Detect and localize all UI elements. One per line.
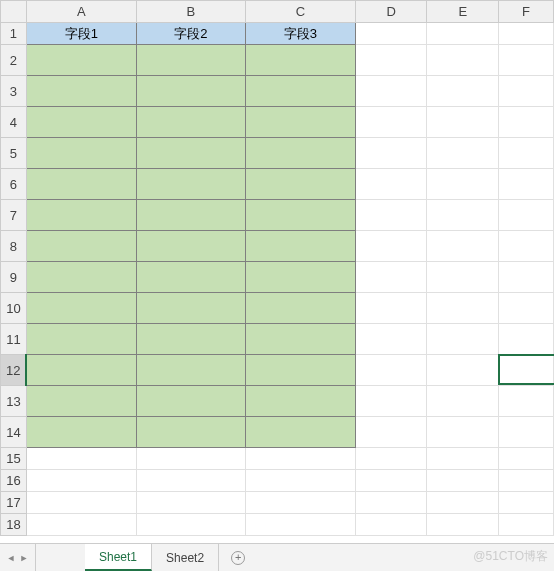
cell-E17[interactable] <box>427 492 499 514</box>
col-header-b[interactable]: B <box>136 1 246 23</box>
cell-C15[interactable] <box>246 448 356 470</box>
cell-B11[interactable] <box>136 324 246 355</box>
cell-A11[interactable] <box>26 324 136 355</box>
cell-F10[interactable] <box>499 293 554 324</box>
tab-next-icon[interactable]: ► <box>19 551 29 565</box>
cell-A3[interactable] <box>26 76 136 107</box>
cell-E15[interactable] <box>427 448 499 470</box>
row-header-2[interactable]: 2 <box>1 45 27 76</box>
row-header-10[interactable]: 10 <box>1 293 27 324</box>
cell-D2[interactable] <box>355 45 427 76</box>
cell-D7[interactable] <box>355 200 427 231</box>
cell-B14[interactable] <box>136 417 246 448</box>
row-header-9[interactable]: 9 <box>1 262 27 293</box>
row-header-6[interactable]: 6 <box>1 169 27 200</box>
cell-A7[interactable] <box>26 200 136 231</box>
cell-F6[interactable] <box>499 169 554 200</box>
row-header-7[interactable]: 7 <box>1 200 27 231</box>
cell-A18[interactable] <box>26 514 136 536</box>
cell-D11[interactable] <box>355 324 427 355</box>
cell-E4[interactable] <box>427 107 499 138</box>
cell-B17[interactable] <box>136 492 246 514</box>
cell-D16[interactable] <box>355 470 427 492</box>
col-header-e[interactable]: E <box>427 1 499 23</box>
cell-A4[interactable] <box>26 107 136 138</box>
cell-F16[interactable] <box>499 470 554 492</box>
cell-C3[interactable] <box>246 76 356 107</box>
cell-E14[interactable] <box>427 417 499 448</box>
cell-C6[interactable] <box>246 169 356 200</box>
row-header-14[interactable]: 14 <box>1 417 27 448</box>
cell-C8[interactable] <box>246 231 356 262</box>
cell-B13[interactable] <box>136 386 246 417</box>
col-header-a[interactable]: A <box>26 1 136 23</box>
cell-E11[interactable] <box>427 324 499 355</box>
cell-E2[interactable] <box>427 45 499 76</box>
cell-E10[interactable] <box>427 293 499 324</box>
cell-D10[interactable] <box>355 293 427 324</box>
row-header-18[interactable]: 18 <box>1 514 27 536</box>
cell-E12[interactable] <box>427 355 499 386</box>
cell-D1[interactable] <box>355 23 427 45</box>
cell-F17[interactable] <box>499 492 554 514</box>
cell-C5[interactable] <box>246 138 356 169</box>
cell-D12[interactable] <box>355 355 427 386</box>
sheet-tab-sheet1[interactable]: Sheet1 <box>85 543 152 571</box>
cell-A5[interactable] <box>26 138 136 169</box>
cell-C1[interactable]: 字段3 <box>246 23 356 45</box>
row-header-1[interactable]: 1 <box>1 23 27 45</box>
cell-B6[interactable] <box>136 169 246 200</box>
cell-E18[interactable] <box>427 514 499 536</box>
cell-D18[interactable] <box>355 514 427 536</box>
cell-A15[interactable] <box>26 448 136 470</box>
cell-D13[interactable] <box>355 386 427 417</box>
cell-B12[interactable] <box>136 355 246 386</box>
cell-B1[interactable]: 字段2 <box>136 23 246 45</box>
cell-A13[interactable] <box>26 386 136 417</box>
cell-F4[interactable] <box>499 107 554 138</box>
col-header-f[interactable]: F <box>499 1 554 23</box>
cell-E9[interactable] <box>427 262 499 293</box>
cell-A14[interactable] <box>26 417 136 448</box>
cell-B7[interactable] <box>136 200 246 231</box>
add-sheet-button[interactable]: + <box>219 544 257 571</box>
cell-D15[interactable] <box>355 448 427 470</box>
cell-C18[interactable] <box>246 514 356 536</box>
cell-E6[interactable] <box>427 169 499 200</box>
spreadsheet-area[interactable]: A B C D E F 1字段1字段2字段3234567891011121314… <box>0 0 554 543</box>
cell-C10[interactable] <box>246 293 356 324</box>
cell-B2[interactable] <box>136 45 246 76</box>
cell-A8[interactable] <box>26 231 136 262</box>
cell-E16[interactable] <box>427 470 499 492</box>
cell-D8[interactable] <box>355 231 427 262</box>
row-header-3[interactable]: 3 <box>1 76 27 107</box>
cell-F14[interactable] <box>499 417 554 448</box>
cell-C17[interactable] <box>246 492 356 514</box>
cell-F2[interactable] <box>499 45 554 76</box>
select-all-corner[interactable] <box>1 1 27 23</box>
cell-D14[interactable] <box>355 417 427 448</box>
cell-B3[interactable] <box>136 76 246 107</box>
cell-E7[interactable] <box>427 200 499 231</box>
sheet-tab-sheet2[interactable]: Sheet2 <box>152 544 219 571</box>
cell-A17[interactable] <box>26 492 136 514</box>
cell-B5[interactable] <box>136 138 246 169</box>
row-header-4[interactable]: 4 <box>1 107 27 138</box>
cell-F13[interactable] <box>499 386 554 417</box>
cell-E3[interactable] <box>427 76 499 107</box>
row-header-15[interactable]: 15 <box>1 448 27 470</box>
cell-D17[interactable] <box>355 492 427 514</box>
cell-C13[interactable] <box>246 386 356 417</box>
cell-C2[interactable] <box>246 45 356 76</box>
cell-F9[interactable] <box>499 262 554 293</box>
cell-C11[interactable] <box>246 324 356 355</box>
cell-E13[interactable] <box>427 386 499 417</box>
col-header-d[interactable]: D <box>355 1 427 23</box>
cell-D4[interactable] <box>355 107 427 138</box>
cell-F7[interactable] <box>499 200 554 231</box>
row-header-8[interactable]: 8 <box>1 231 27 262</box>
cell-C4[interactable] <box>246 107 356 138</box>
cell-F8[interactable] <box>499 231 554 262</box>
row-header-17[interactable]: 17 <box>1 492 27 514</box>
cell-F12[interactable] <box>499 355 554 386</box>
